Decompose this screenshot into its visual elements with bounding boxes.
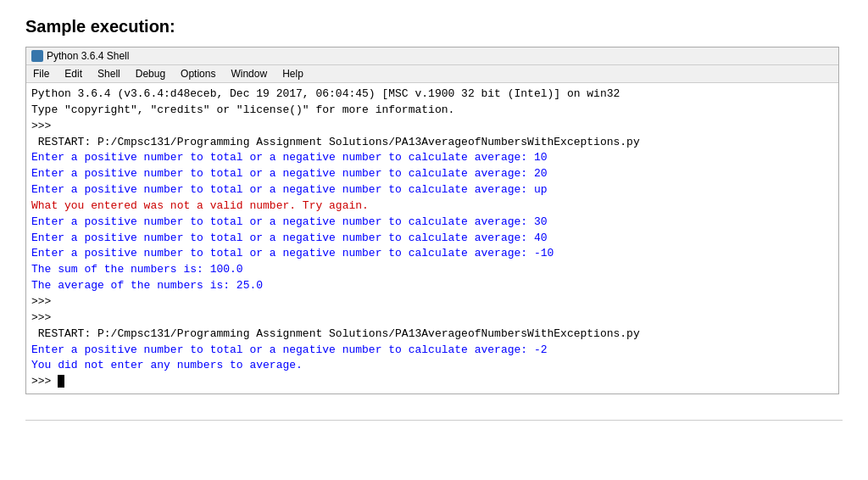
- menu-help[interactable]: Help: [281, 67, 305, 81]
- shell-line: What you entered was not a valid number.…: [31, 198, 833, 215]
- shell-line: >>>: [31, 310, 833, 327]
- menu-shell[interactable]: Shell: [96, 67, 122, 81]
- shell-line: Enter a positive number to total or a ne…: [31, 166, 833, 182]
- title-bar-label: Python 3.6.4 Shell: [47, 50, 129, 62]
- menu-file[interactable]: File: [31, 67, 51, 81]
- shell-line: Enter a positive number to total or a ne…: [31, 215, 833, 231]
- menu-debug[interactable]: Debug: [134, 67, 167, 81]
- shell-line: RESTART: P:/Cmpsc131/Programming Assignm…: [31, 327, 833, 343]
- shell-line: You did not enter any numbers to average…: [31, 358, 833, 374]
- shell-line: Enter a positive number to total or a ne…: [31, 343, 833, 359]
- shell-line: RESTART: P:/Cmpsc131/Programming Assignm…: [31, 135, 833, 151]
- menu-options[interactable]: Options: [179, 67, 217, 81]
- title-bar: Python 3.6.4 Shell: [26, 47, 838, 65]
- shell-line: Enter a positive number to total or a ne…: [31, 246, 833, 262]
- python-icon: [31, 50, 43, 62]
- shell-line: The sum of the numbers is: 100.0: [31, 262, 833, 278]
- menu-edit[interactable]: Edit: [63, 67, 84, 81]
- shell-line: >>>: [31, 294, 833, 310]
- shell-content[interactable]: Python 3.6.4 (v3.6.4:d48eceb, Dec 19 201…: [26, 83, 838, 393]
- shell-line: Enter a positive number to total or a ne…: [31, 231, 833, 247]
- shell-window: Python 3.6.4 Shell File Edit Shell Debug…: [25, 47, 839, 394]
- shell-line: The average of the numbers is: 25.0: [31, 278, 833, 294]
- menu-window[interactable]: Window: [229, 67, 269, 81]
- shell-line: Python 3.6.4 (v3.6.4:d48eceb, Dec 19 201…: [31, 87, 833, 103]
- bottom-divider: [25, 420, 843, 421]
- shell-line: Enter a positive number to total or a ne…: [31, 150, 833, 166]
- shell-line: Type "copyright", "credits" or "license(…: [31, 103, 833, 119]
- shell-line: Enter a positive number to total or a ne…: [31, 182, 833, 198]
- shell-line: >>>: [31, 119, 833, 135]
- menu-bar: File Edit Shell Debug Options Window Hel…: [26, 65, 838, 83]
- section-heading: Sample execution:: [25, 17, 843, 36]
- shell-line: >>>: [31, 374, 833, 390]
